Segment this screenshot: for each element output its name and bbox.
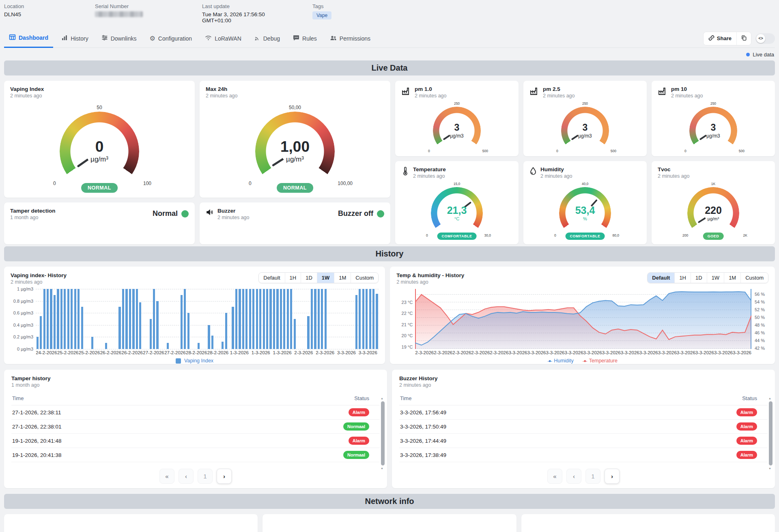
bar: [129, 289, 131, 349]
bar: [125, 289, 127, 349]
table-scrollbar[interactable]: ▲ ▼: [381, 401, 385, 465]
bar: [71, 289, 73, 349]
vaping-legend[interactable]: Vaping Index: [11, 358, 379, 364]
status-badge: NORMAL: [81, 183, 118, 193]
x-tick: 2-3-2026: [314, 350, 336, 355]
lora-datarate-card: LoRa Datarate No data 0,00: [521, 514, 775, 532]
status-badge: NORMAL: [277, 183, 313, 193]
card-updated: 2 minutes ago: [10, 93, 189, 99]
page-number[interactable]: 1: [198, 469, 213, 484]
bar: [372, 289, 374, 349]
y-tick: 50 %: [755, 315, 765, 320]
scroll-up-icon[interactable]: ▲: [381, 397, 383, 400]
page-number[interactable]: 1: [585, 469, 600, 484]
range-button-1m[interactable]: 1M: [334, 273, 351, 283]
pm25-card: pm 2.5 2 minutes ago 250 3 µg/m3 0: [523, 81, 647, 156]
tab-downlinks[interactable]: Downlinks: [97, 29, 142, 48]
tab-lorawan[interactable]: LoRaWAN: [200, 29, 246, 48]
range-button-1w[interactable]: 1W: [707, 273, 725, 283]
status-pill: Alarm: [736, 408, 757, 416]
temp-humidity-history-card: Temp & humidity - History 2 minutes ago …: [390, 267, 775, 364]
serial-label: Serial Number: [95, 3, 182, 9]
scrollbar-thumb[interactable]: [769, 401, 773, 465]
bar: [318, 289, 320, 349]
tab-permissions[interactable]: Permissions: [325, 29, 375, 48]
bar: [242, 289, 244, 349]
table-row: 19-1-2026, 20:41:48Alarm: [11, 434, 380, 448]
y-tick: 0.2 µg/m3: [13, 334, 33, 339]
code-icon: <>: [756, 34, 765, 43]
scroll-down-icon[interactable]: ▼: [381, 467, 383, 470]
range-selector-vaping: Default1H1D1W1MCustom: [258, 272, 379, 283]
range-button-custom[interactable]: Custom: [351, 273, 378, 283]
tab-rules[interactable]: Rules: [288, 29, 322, 48]
range-button-1m[interactable]: 1M: [724, 273, 741, 283]
table-scrollbar[interactable]: ▲ ▼: [769, 401, 773, 465]
code-view-toggle[interactable]: <>: [755, 33, 775, 44]
legend-humidity[interactable]: -●- Humidity: [547, 358, 574, 364]
scroll-up-icon[interactable]: ▲: [768, 397, 771, 400]
x-tick: 3-3-2026: [357, 350, 379, 355]
prev-page-button[interactable]: ‹: [179, 469, 194, 484]
lora-snr-card: LoRa SNR No data 0,00 dB: [263, 514, 516, 532]
share-button[interactable]: Share: [704, 32, 736, 45]
legend-temperature[interactable]: -●- Temperature: [583, 358, 618, 364]
location-label: Location: [4, 3, 75, 9]
range-button-1h[interactable]: 1H: [675, 273, 691, 283]
temp-humidity-x-axis: 2-3-20262-3-20262-3-20262-3-20262-3-2026…: [415, 350, 751, 355]
range-button-1d[interactable]: 1D: [691, 273, 707, 283]
scroll-down-icon[interactable]: ▼: [768, 467, 771, 470]
x-tick: 1-3-2026: [228, 350, 250, 355]
y-tick: 52 %: [755, 307, 765, 312]
copy-button[interactable]: [736, 32, 751, 45]
factory-icon: [401, 86, 411, 98]
bar: [118, 307, 121, 349]
x-tick: 1-3-2026: [271, 350, 293, 355]
range-button-1w[interactable]: 1W: [317, 273, 335, 283]
wifi-icon: [205, 35, 212, 42]
status-pill: Alarm: [736, 422, 757, 431]
range-button-default[interactable]: Default: [648, 273, 675, 283]
section-history: History: [4, 246, 775, 261]
status-ok-dot: [377, 210, 384, 218]
status-badge: COMFORTABLE: [437, 233, 477, 240]
x-tick: 3-3-2026: [733, 350, 751, 355]
bar: [252, 289, 254, 349]
buzzer-pagination: « ‹ 1 ›: [399, 469, 768, 484]
range-button-custom[interactable]: Custom: [741, 273, 768, 283]
next-page-button[interactable]: ›: [605, 469, 620, 484]
table-row: 3-3-2026, 17:56:49Alarm: [399, 405, 768, 420]
first-page-button[interactable]: «: [159, 469, 174, 484]
range-button-default[interactable]: Default: [259, 273, 285, 283]
link-icon: [708, 35, 714, 42]
buzzer-status-text: Buzzer off: [338, 209, 373, 218]
y-tick: 22 °C: [402, 311, 413, 316]
first-page-button[interactable]: «: [547, 469, 562, 484]
range-button-1d[interactable]: 1D: [301, 273, 317, 283]
bar: [366, 289, 368, 349]
prev-page-button[interactable]: ‹: [566, 469, 581, 484]
tamper-detection-card: Tamper detection 1 month ago Normal: [4, 202, 195, 244]
bar: [321, 289, 323, 349]
tab-dashboard[interactable]: Dashboard: [4, 29, 53, 48]
tab-configuration[interactable]: ⚙ Configuration: [145, 29, 197, 48]
range-button-1h[interactable]: 1H: [285, 273, 301, 283]
vaping-plot: [36, 289, 379, 349]
x-tick: 25-2-2026: [79, 350, 100, 355]
tab-debug[interactable]: Debug: [250, 29, 285, 48]
bar: [77, 289, 80, 349]
bar: [81, 307, 83, 349]
max24h-gauge: 50,00 1,00 µg/m³ 0 100,00 NORMAL: [255, 112, 335, 191]
bar: [287, 289, 289, 349]
bar: [225, 313, 227, 349]
next-page-button[interactable]: ›: [217, 469, 232, 484]
tamper-pagination: « ‹ 1 ›: [11, 469, 380, 484]
scrollbar-thumb[interactable]: [381, 401, 385, 465]
x-tick: 28-2-2026: [186, 350, 207, 355]
col-time: Time: [400, 395, 411, 401]
status-ok-dot: [181, 210, 189, 218]
y-tick: 20 °C: [402, 333, 413, 338]
bar: [43, 289, 45, 349]
live-data-grid: Vaping Index 2 minutes ago 50 0 µg/m³ 0 …: [4, 81, 775, 240]
tab-history[interactable]: History: [56, 29, 93, 48]
